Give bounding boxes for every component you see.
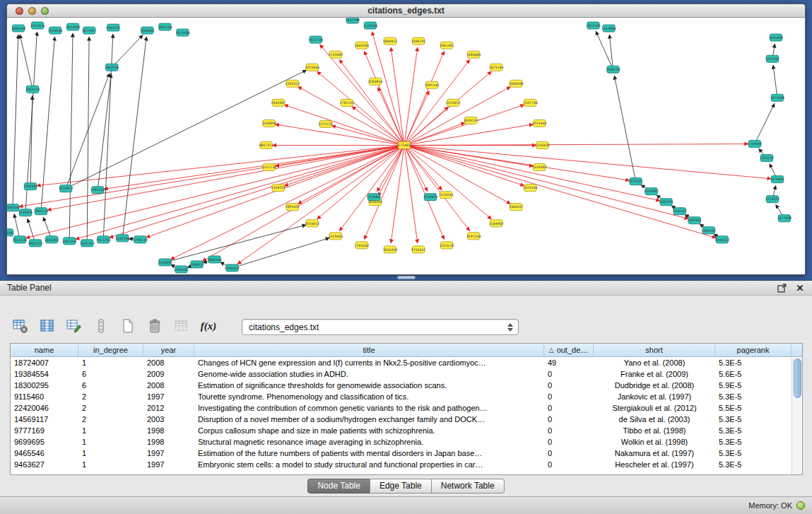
network-node[interactable]: 1124540 bbox=[363, 22, 378, 29]
edit-table-icon[interactable] bbox=[65, 317, 83, 335]
close-panel-icon[interactable]: ✕ bbox=[795, 283, 805, 293]
column-header-name[interactable]: name bbox=[11, 344, 78, 356]
network-node[interactable]: 1944367 bbox=[271, 99, 286, 106]
network-node[interactable]: 1099451 bbox=[687, 217, 702, 224]
network-node[interactable]: 2043993 bbox=[66, 23, 81, 30]
column-header-year[interactable]: year bbox=[143, 344, 194, 356]
network-node[interactable]: 1205513 bbox=[285, 80, 300, 87]
scrollbar-thumb[interactable] bbox=[794, 358, 801, 398]
network-node[interactable]: 9245012 bbox=[715, 236, 730, 243]
network-node[interactable]: 1470041 bbox=[770, 176, 785, 183]
network-node[interactable]: 9254012 bbox=[305, 220, 320, 227]
network-node[interactable]: 1781531 bbox=[340, 99, 355, 106]
show-columns-icon[interactable] bbox=[38, 317, 57, 335]
import-table-icon[interactable] bbox=[172, 317, 191, 335]
network-node[interactable]: 1516482 bbox=[532, 164, 547, 171]
network-node[interactable]: 1904205 bbox=[207, 256, 222, 263]
column-header-short[interactable]: short bbox=[594, 344, 715, 356]
network-node[interactable]: 1679197 bbox=[628, 178, 643, 185]
network-node[interactable]: 9752411 bbox=[411, 246, 426, 253]
network-node[interactable]: 1210321 bbox=[765, 196, 780, 203]
table-row[interactable]: 946362711997Embryonic stem cells: a mode… bbox=[11, 459, 792, 470]
network-node[interactable]: 1296139 bbox=[133, 236, 148, 243]
network-node[interactable]: 1518465 bbox=[367, 194, 382, 201]
float-panel-icon[interactable] bbox=[777, 283, 787, 293]
column-header-pagerank[interactable]: pagerank bbox=[715, 344, 792, 356]
network-node[interactable]: 1253110 bbox=[440, 242, 454, 249]
network-node[interactable]: 1529504 bbox=[48, 27, 63, 34]
network-node[interactable]: 1907294 bbox=[62, 238, 77, 245]
network-node[interactable]: 172403 bbox=[398, 141, 411, 148]
network-node[interactable]: 2060559 bbox=[11, 25, 26, 32]
network-node[interactable]: 1915442 bbox=[532, 119, 547, 127]
delete-table-icon[interactable] bbox=[146, 317, 164, 335]
network-node[interactable]: 1075183 bbox=[489, 64, 504, 71]
network-node[interactable]: 7895431 bbox=[285, 204, 300, 211]
table-row[interactable]: 946554611997Estimation of the future num… bbox=[11, 448, 792, 459]
network-node[interactable]: 1860913 bbox=[383, 37, 398, 45]
network-node[interactable]: 1157730 bbox=[261, 164, 276, 171]
network-node[interactable]: 1647799 bbox=[346, 18, 360, 23]
table-row[interactable]: 1830029562008Estimation of significance … bbox=[11, 380, 792, 391]
network-node[interactable]: 1881391 bbox=[659, 199, 673, 206]
network-node[interactable]: 1163142 bbox=[760, 155, 775, 162]
network-node[interactable]: 1696191 bbox=[411, 37, 426, 45]
network-node[interactable]: 1948794 bbox=[606, 66, 620, 73]
network-node[interactable]: 1519463 bbox=[329, 233, 343, 240]
table-row[interactable]: 1938455462009Genome-wide association stu… bbox=[11, 368, 792, 380]
network-node[interactable]: 1432190 bbox=[115, 235, 130, 242]
network-node[interactable]: 1485083 bbox=[466, 51, 481, 58]
table-selector-combo[interactable]: citations_edges.txt bbox=[242, 319, 519, 335]
network-node[interactable]: 1961301 bbox=[440, 42, 454, 49]
network-node[interactable]: 1765342 bbox=[355, 242, 370, 249]
network-node[interactable]: 1154808 bbox=[601, 25, 616, 32]
network-node[interactable]: 1697244 bbox=[466, 233, 481, 240]
network-node[interactable]: 9015136 bbox=[13, 236, 28, 243]
row-height-icon[interactable] bbox=[92, 317, 110, 335]
table-row[interactable]: 1872400712008Changes of HCN gene express… bbox=[11, 357, 792, 368]
network-node[interactable]: 2063170 bbox=[25, 86, 40, 93]
network-node[interactable]: 1091545 bbox=[425, 81, 440, 88]
column-header-in-degree[interactable]: in_degree bbox=[78, 344, 143, 356]
network-node[interactable]: 1561353 bbox=[80, 240, 95, 247]
table-row[interactable]: 977716911998Corpus callosum shape and si… bbox=[11, 425, 792, 436]
network-node[interactable]: 8867211 bbox=[259, 141, 273, 148]
network-node[interactable]: 1216425 bbox=[535, 141, 550, 148]
network-node[interactable]: 1246012 bbox=[189, 261, 204, 268]
network-node[interactable]: 5905132 bbox=[28, 240, 43, 247]
network-node[interactable]: 2260814 bbox=[368, 78, 383, 85]
network-node[interactable]: 1514545 bbox=[439, 192, 454, 199]
table-row[interactable]: 911546021997Tourette syndrome. Phenomeno… bbox=[11, 391, 792, 402]
network-node[interactable]: 1246890 bbox=[261, 119, 276, 127]
network-node[interactable]: 1973498 bbox=[770, 94, 785, 101]
network-node[interactable]: 2215644 bbox=[305, 64, 320, 71]
network-node[interactable]: 1550362 bbox=[45, 236, 59, 243]
network-node[interactable]: 1221987 bbox=[765, 55, 780, 62]
network-window-titlebar[interactable]: citations_edges.txt bbox=[7, 4, 805, 18]
network-node[interactable]: 2093967 bbox=[644, 188, 659, 195]
table-vertical-scrollbar[interactable] bbox=[792, 358, 802, 474]
network-node[interactable]: 1545322 bbox=[672, 208, 687, 215]
network-node[interactable]: 1322013 bbox=[446, 99, 461, 106]
network-canvas[interactable]: 1724031216425151648210231641504417118496… bbox=[7, 18, 805, 274]
network-node[interactable]: 1159598 bbox=[748, 140, 763, 147]
table-settings-icon[interactable] bbox=[11, 317, 30, 335]
network-node[interactable]: 1529813 bbox=[59, 185, 73, 192]
network-node[interactable]: 1461104 bbox=[158, 23, 172, 30]
network-node[interactable]: 1358223 bbox=[271, 185, 286, 192]
network-node[interactable]: 1873917 bbox=[82, 27, 97, 34]
network-node[interactable]: 7624350 bbox=[383, 246, 398, 253]
network-node[interactable]: 1023164 bbox=[523, 185, 538, 192]
network-node[interactable]: 1529036 bbox=[18, 209, 33, 216]
network-node[interactable]: 1905150 bbox=[90, 187, 105, 194]
table-row[interactable]: 1456911722003Disruption of a novel membe… bbox=[11, 414, 792, 425]
tab-network-table[interactable]: Network Table bbox=[431, 479, 505, 493]
network-node[interactable]: 1246093 bbox=[158, 259, 172, 266]
network-node[interactable]: 1906902 bbox=[140, 27, 155, 34]
column-header-out-de-[interactable]: △out_de… bbox=[544, 344, 594, 356]
network-node[interactable]: 1960102 bbox=[174, 266, 189, 273]
network-node[interactable]: 1626157 bbox=[464, 117, 478, 124]
network-node[interactable]: 1206501 bbox=[23, 183, 38, 190]
network-node[interactable]: 1913974 bbox=[30, 22, 45, 29]
network-node[interactable]: 1167746 bbox=[523, 99, 538, 106]
